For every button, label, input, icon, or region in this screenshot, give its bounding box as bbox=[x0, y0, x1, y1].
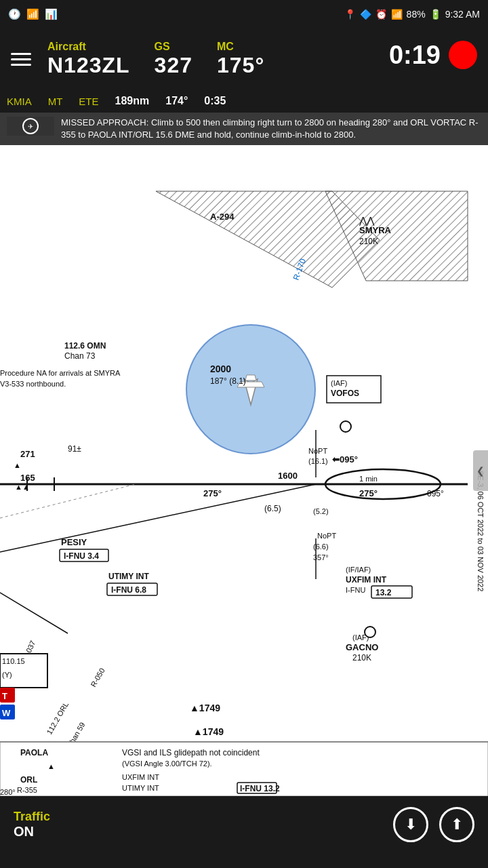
bluetooth-icon: 🔷 bbox=[360, 9, 371, 20]
svg-text:UXFIM INT: UXFIM INT bbox=[346, 575, 387, 585]
mc-value: 175° bbox=[217, 53, 264, 78]
svg-text:(VGSI Angle 3.00/TCH 72).: (VGSI Angle 3.00/TCH 72). bbox=[122, 760, 212, 768]
svg-text:210K: 210K bbox=[352, 653, 371, 663]
svg-text:280°: 280° bbox=[0, 788, 16, 796]
svg-text:(16.1): (16.1) bbox=[308, 457, 328, 465]
svg-text:PESIY: PESIY bbox=[61, 537, 87, 547]
ete-label: ETE bbox=[79, 96, 98, 107]
mt-label: MT bbox=[48, 96, 63, 107]
approach-strip: ✈ MISSED APPROACH: Climb to 500 then cli… bbox=[0, 113, 488, 145]
clock-icon: 🕐 bbox=[8, 8, 21, 20]
approach-text: MISSED APPROACH: Climb to 500 then climb… bbox=[61, 117, 481, 141]
scroll-up-button[interactable]: ⬆ bbox=[439, 807, 474, 842]
svg-text:(IF/IAF): (IF/IAF) bbox=[346, 566, 371, 574]
svg-text:(5.2): (5.2) bbox=[313, 507, 329, 515]
battery-icon: 🔋 bbox=[430, 9, 441, 20]
chart-svg: SMYRA 210K ⋀⋀ A-294 R-170 2000 187° (8.1… bbox=[0, 145, 488, 796]
svg-text:1 min: 1 min bbox=[359, 475, 378, 483]
svg-text:2000: 2000 bbox=[210, 363, 231, 374]
svg-text:▲1749: ▲1749 bbox=[193, 726, 224, 737]
svg-text:SMYRA: SMYRA bbox=[359, 225, 392, 235]
gs-label: GS bbox=[155, 41, 192, 53]
mc-group: MC 175° bbox=[217, 41, 264, 78]
svg-text:NoPT: NoPT bbox=[317, 532, 336, 540]
down-arrow-icon: ⬇ bbox=[405, 816, 417, 833]
svg-text:PAOLA: PAOLA bbox=[20, 748, 48, 757]
svg-text:210K: 210K bbox=[359, 237, 378, 246]
up-arrow-icon: ⬆ bbox=[451, 816, 463, 833]
svg-text:165: 165 bbox=[20, 473, 35, 483]
a294-label: A-294 bbox=[210, 212, 235, 222]
svg-text:112.6 OMN: 112.6 OMN bbox=[64, 341, 106, 351]
svg-text:NoPT: NoPT bbox=[308, 447, 327, 455]
sidebar-handle[interactable]: ❮ bbox=[473, 450, 488, 491]
nm-value: 189nm bbox=[115, 95, 150, 107]
svg-text:13.2: 13.2 bbox=[375, 588, 392, 597]
chart-area[interactable]: FORD TOWER★ CTAF) ● 254.35 GND CON 121.3… bbox=[0, 145, 488, 796]
svg-text:UTIMY INT: UTIMY INT bbox=[122, 784, 159, 792]
mt-value: 174° bbox=[165, 95, 188, 107]
svg-text:(6.5): (6.5) bbox=[264, 504, 281, 513]
approach-icon: ✈ bbox=[7, 117, 54, 136]
aircraft-group: Aircraft N123ZL bbox=[47, 41, 130, 78]
mc-label: MC bbox=[217, 41, 264, 53]
svg-text:⬅095°: ⬅095° bbox=[332, 454, 358, 465]
svg-text:▲▲: ▲▲ bbox=[15, 483, 30, 491]
svg-text:VGSI and ILS glidepath not coi: VGSI and ILS glidepath not coincident bbox=[122, 748, 260, 757]
svg-text:▲1749: ▲1749 bbox=[190, 703, 220, 713]
svg-text:I-FNU: I-FNU bbox=[346, 586, 365, 594]
aircraft-label: Aircraft bbox=[47, 41, 130, 53]
svg-text:I-FNU 13.2: I-FNU 13.2 bbox=[240, 784, 280, 793]
nav-buttons: ⬇ ⬆ bbox=[393, 807, 474, 842]
gs-group: GS 327 bbox=[155, 41, 192, 78]
activity-icon: 📊 bbox=[45, 8, 58, 20]
svg-point-53 bbox=[365, 627, 375, 637]
status-icons: 🕐 📶 📊 bbox=[8, 8, 58, 20]
svg-text:V3-533 northbound.: V3-533 northbound. bbox=[0, 380, 66, 388]
nav-bar: Aircraft N123ZL GS 327 MC 175° 0:19 bbox=[0, 28, 488, 90]
svg-text:(IAF): (IAF) bbox=[331, 379, 347, 387]
ete-value: 0:35 bbox=[204, 95, 226, 107]
info-strip: KMIA MT ETE 189nm 174° 0:35 bbox=[0, 90, 488, 113]
svg-text:I-FNU 3.4: I-FNU 3.4 bbox=[64, 551, 99, 561]
svg-text:R-355: R-355 bbox=[17, 786, 37, 794]
chevron-left-icon: ❮ bbox=[476, 465, 485, 476]
svg-text:UXFIM INT: UXFIM INT bbox=[122, 773, 159, 781]
nav-info: Aircraft N123ZL GS 327 MC 175° 0:19 bbox=[47, 41, 477, 78]
svg-text:187° (8.1): 187° (8.1) bbox=[210, 376, 246, 386]
svg-text:GACNO: GACNO bbox=[346, 642, 378, 652]
timer-display: 0:19 bbox=[389, 41, 441, 70]
alarm-icon: ⏰ bbox=[375, 9, 387, 20]
svg-text:Procedure NA for arrivals at S: Procedure NA for arrivals at SMYRA bbox=[0, 369, 121, 377]
svg-text:VOFOS: VOFOS bbox=[331, 389, 359, 398]
svg-text:095°: 095° bbox=[427, 489, 444, 498]
timer-section: 0:19 bbox=[389, 41, 477, 70]
traffic-info: Traffic ON bbox=[14, 810, 50, 840]
status-right: 📍 🔷 ⏰ 📶 88% 🔋 9:32 AM bbox=[344, 9, 480, 20]
kmia-label: KMIA bbox=[7, 96, 32, 107]
svg-text:T: T bbox=[2, 691, 7, 701]
svg-text:1600: 1600 bbox=[278, 471, 298, 481]
svg-text:I-FNU 6.8: I-FNU 6.8 bbox=[111, 585, 146, 595]
scroll-down-button[interactable]: ⬇ bbox=[393, 807, 428, 842]
svg-text:271: 271 bbox=[20, 449, 35, 459]
location-icon: 📍 bbox=[344, 9, 356, 20]
wifi-strength-icon: 📶 bbox=[391, 9, 403, 20]
svg-text:275°: 275° bbox=[359, 488, 378, 498]
wifi-icon: 📶 bbox=[26, 8, 39, 20]
svg-point-18 bbox=[340, 421, 351, 432]
record-button[interactable] bbox=[449, 41, 477, 69]
svg-text:91±: 91± bbox=[68, 444, 81, 454]
svg-text:▲: ▲ bbox=[47, 762, 55, 770]
svg-text:⋀⋀: ⋀⋀ bbox=[359, 215, 375, 226]
traffic-label: Traffic bbox=[14, 810, 50, 824]
aircraft-id: N123ZL bbox=[47, 53, 130, 78]
menu-button[interactable] bbox=[11, 53, 31, 66]
svg-text:Chan 73: Chan 73 bbox=[64, 351, 96, 361]
svg-text:(Y): (Y) bbox=[2, 671, 12, 679]
gs-value: 327 bbox=[155, 53, 192, 78]
svg-text:275°: 275° bbox=[203, 488, 222, 498]
bottom-bar: Traffic ON ⬇ ⬆ bbox=[0, 796, 488, 853]
traffic-status: ON bbox=[14, 824, 50, 840]
svg-text:W: W bbox=[2, 708, 11, 718]
